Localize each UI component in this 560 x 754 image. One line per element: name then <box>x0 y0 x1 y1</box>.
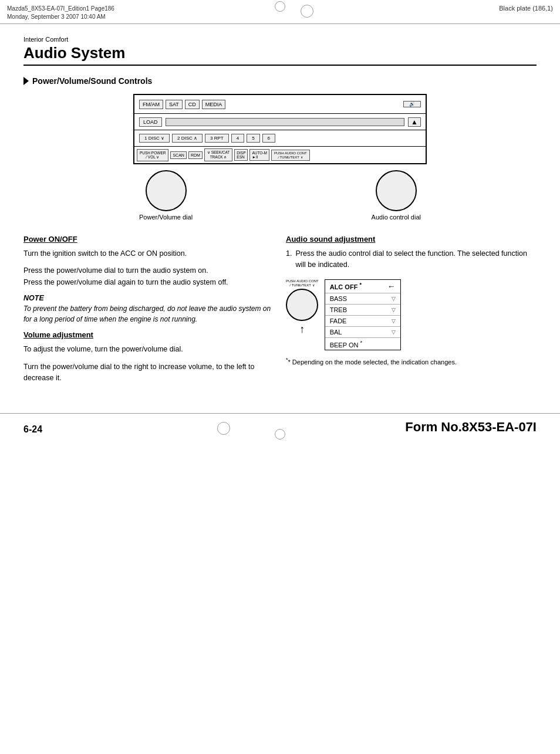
bal-down-arrow: ▽ <box>392 329 396 335</box>
menu-item-bass: BASS ▽ <box>325 293 400 305</box>
menu-item-fade: FADE ▽ <box>325 316 400 327</box>
media-button[interactable]: MEDIA <box>202 100 226 109</box>
section-title: Audio System <box>23 44 537 62</box>
volume-heading: Volume adjustment <box>23 330 274 339</box>
menu-item-bal: BAL ▽ <box>325 327 400 338</box>
audio-row-1: FM/AM SAT CD MEDIA 🔊 <box>134 95 426 114</box>
footnote: ** Depending on the mode selected, the i… <box>286 356 537 367</box>
disc-4-button[interactable]: 4 <box>231 134 244 143</box>
treb-down-arrow: ▽ <box>392 307 396 313</box>
beep-label: BEEP ON * <box>330 340 362 349</box>
up-arrow-icon: ↑ <box>299 323 305 336</box>
cd-button[interactable]: CD <box>185 100 200 109</box>
audio-control-dial[interactable] <box>376 170 417 211</box>
audio-step-1: 1. Press the audio control dial to selec… <box>286 248 537 271</box>
menu-item-treb: TREB ▽ <box>325 305 400 316</box>
disc-3-button[interactable]: 3 RPT <box>205 134 229 143</box>
menu-panel: ALC OFF * ← BASS ▽ TREB ▽ FADE <box>325 279 401 351</box>
volume-text-2: Turn the power/volume dial to the right … <box>23 361 274 384</box>
section-divider <box>23 65 537 66</box>
alc-arrow: ← <box>387 282 396 291</box>
two-column-section: Power ON/OFF Turn the ignition switch to… <box>23 235 537 390</box>
disc-6-button[interactable]: 6 <box>262 134 275 143</box>
power-vol-button[interactable]: PUSH POWER ∕ VOL ∨ <box>137 149 168 161</box>
media-icon-button[interactable]: 🔊 <box>403 101 421 107</box>
left-column: Power ON/OFF Turn the ignition switch to… <box>23 235 274 390</box>
power-dial-wrapper: Power/Volume dial <box>139 170 193 221</box>
triangle-icon <box>23 77 29 85</box>
plate-info: Black plate (186,1) <box>499 5 553 12</box>
subsection-label: Power/Volume/Sound Controls <box>32 76 152 86</box>
audio-ctrl-dial-label: Audio control dial <box>372 214 421 221</box>
power-onoff-heading: Power ON/OFF <box>23 235 274 244</box>
disc-5-button[interactable]: 5 <box>247 134 259 143</box>
bass-down-arrow: ▽ <box>392 296 396 302</box>
fm-am-button[interactable]: FM/AM <box>139 100 163 109</box>
rdm-button[interactable]: RDM <box>188 151 203 159</box>
power-text-1: Turn the ignition switch to the ACC or O… <box>23 248 274 259</box>
disc-2-button[interactable]: 2 DISC ∧ <box>172 134 203 143</box>
audio-adj-heading: Audio sound adjustment <box>286 235 537 244</box>
menu-item-alc: ALC OFF * ← <box>325 280 400 293</box>
bass-label: BASS <box>330 295 347 302</box>
audio-row-4: PUSH POWER ∕ VOL ∨ SCAN RDM ∨ SEEK/CAT T… <box>134 147 426 163</box>
registration-circle-footer <box>217 422 230 435</box>
bal-label: BAL <box>330 329 342 336</box>
audio-step-1-text: Press the audio control dial to select t… <box>295 248 537 271</box>
disp-esn-button[interactable]: DISP ESN <box>234 149 248 161</box>
registration-circle-header <box>301 5 313 18</box>
reg-mark-bottom <box>275 429 285 441</box>
subsection-heading: Power/Volume/Sound Controls <box>23 76 537 86</box>
header-center <box>301 5 313 18</box>
main-content: Interior Comfort Audio System Power/Volu… <box>0 24 560 401</box>
right-column: Audio sound adjustment 1. Press the audi… <box>286 235 537 390</box>
audio-ctrl-dial-wrapper: Audio control dial <box>372 170 421 221</box>
audio-diagram-wrapper: FM/AM SAT CD MEDIA 🔊 LOAD ▲ <box>23 94 537 221</box>
step-number: 1. <box>286 248 292 271</box>
section-category: Interior Comfort <box>23 36 537 43</box>
audio-row-3: 1 DISC ∨ 2 DISC ∧ 3 RPT 4 5 6 <box>134 130 426 147</box>
eject-button[interactable]: ▲ <box>408 117 421 127</box>
dial-section: Power/Volume dial Audio control dial <box>133 164 427 221</box>
ctrl-dial-top-label: PUSH AUDIO CONT∕ TUNE/TEXT ∨ <box>286 279 319 288</box>
volume-text-1: To adjust the volume, turn the power/vol… <box>23 344 274 355</box>
form-number: Form No.8X53-EA-07I <box>405 420 537 435</box>
audio-row-2: LOAD ▲ <box>134 114 426 130</box>
note-heading: NOTE <box>23 294 274 302</box>
reg-mark-top <box>275 0 285 12</box>
scan-button[interactable]: SCAN <box>170 151 186 159</box>
load-button[interactable]: LOAD <box>139 117 162 127</box>
page-number: 6-24 <box>23 424 42 435</box>
auto-m-button[interactable]: AUTO-M ►II <box>249 149 269 161</box>
cd-slot <box>166 118 404 126</box>
audio-unit: FM/AM SAT CD MEDIA 🔊 LOAD ▲ <box>133 94 427 164</box>
ctrl-dial-area: PUSH AUDIO CONT∕ TUNE/TEXT ∨ ↑ <box>286 279 319 336</box>
alc-label: ALC OFF * <box>330 282 362 290</box>
treb-label: TREB <box>330 306 347 313</box>
audio-cont-button[interactable]: PUSH AUDIO CONT ∕ TUNE/TEXT ∨ <box>271 150 310 161</box>
audio-unit-diagram: FM/AM SAT CD MEDIA 🔊 LOAD ▲ <box>133 94 427 221</box>
file-info: Mazda5_8X53-EA-07I_Edition1 Page186 Mond… <box>7 5 114 21</box>
menu-item-beep: BEEP ON * <box>325 338 400 350</box>
fade-down-arrow: ▽ <box>392 318 396 324</box>
sat-button[interactable]: SAT <box>166 100 183 109</box>
power-text-2: Press the power/volume dial to turn the … <box>23 265 274 288</box>
page-wrapper: Mazda5_8X53-EA-07I_Edition1 Page186 Mond… <box>0 0 560 441</box>
power-volume-dial[interactable] <box>146 170 187 211</box>
footnote-text: * Depending on the mode selected, the in… <box>288 359 457 366</box>
audio-ctrl-dial-small[interactable] <box>286 289 318 321</box>
source-buttons: FM/AM SAT CD MEDIA <box>139 100 400 109</box>
fade-label: FADE <box>330 317 347 324</box>
audio-ctrl-diagram: PUSH AUDIO CONT∕ TUNE/TEXT ∨ ↑ ALC OFF *… <box>286 279 537 351</box>
seek-cat-button[interactable]: ∨ SEEK/CAT TRACK ∧ <box>204 148 232 161</box>
note-text: To prevent the battery from being discha… <box>23 303 274 324</box>
disc-1-button[interactable]: 1 DISC ∨ <box>139 134 170 143</box>
power-dial-label: Power/Volume dial <box>139 214 193 221</box>
